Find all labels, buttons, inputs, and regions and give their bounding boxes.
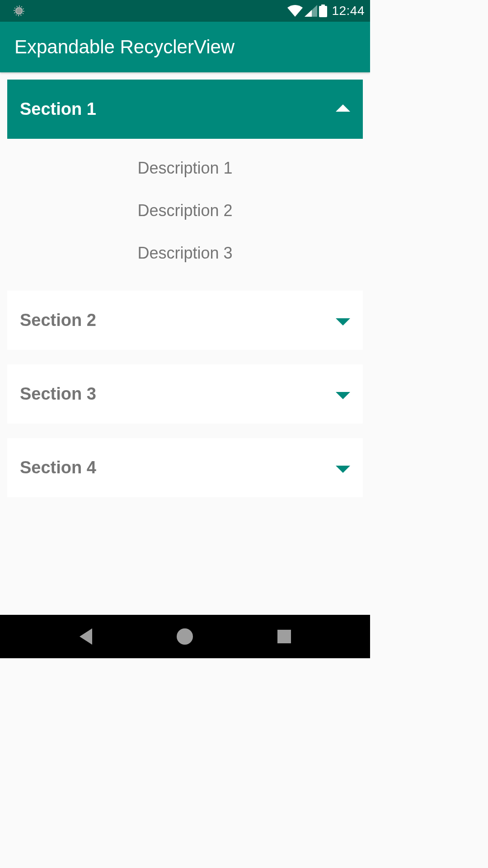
app-bar-title: Expandable RecyclerView xyxy=(14,36,235,58)
app-bar: Expandable RecyclerView xyxy=(0,22,370,72)
status-clock: 12:44 xyxy=(332,4,365,18)
recent-apps-icon xyxy=(277,630,291,643)
section-title: Section 4 xyxy=(20,458,96,477)
back-icon xyxy=(80,628,92,645)
section-header-4[interactable]: Section 4 xyxy=(7,438,363,497)
wifi-icon xyxy=(287,5,303,17)
section-body-1: Description 1 Description 2 Description … xyxy=(7,139,363,276)
navigation-bar xyxy=(0,615,370,658)
chevron-down-icon xyxy=(336,392,350,399)
status-bar: 12:44 xyxy=(0,0,370,22)
svg-rect-1 xyxy=(321,5,325,6)
section-header-3[interactable]: Section 3 xyxy=(7,364,363,424)
list-item-label: Description 1 xyxy=(137,159,232,178)
list-item[interactable]: Description 2 xyxy=(7,189,363,232)
home-icon xyxy=(177,628,193,645)
status-bar-right: 12:44 xyxy=(287,4,365,18)
recycler-view[interactable]: Section 1 Description 1 Description 2 De… xyxy=(0,72,370,519)
battery-full-icon xyxy=(319,5,327,17)
nav-home-button[interactable] xyxy=(176,627,194,646)
list-item-label: Description 3 xyxy=(137,244,232,263)
cellular-signal-icon xyxy=(305,5,317,17)
list-item[interactable]: Description 1 xyxy=(7,147,363,189)
section-title: Section 2 xyxy=(20,311,96,330)
section-header-2[interactable]: Section 2 xyxy=(7,291,363,350)
svg-rect-0 xyxy=(319,6,327,17)
section-header-1[interactable]: Section 1 xyxy=(7,80,363,139)
list-item-label: Description 2 xyxy=(137,201,232,220)
nav-recent-button[interactable] xyxy=(275,627,293,646)
list-item[interactable]: Description 3 xyxy=(7,232,363,274)
status-bar-left xyxy=(14,5,24,16)
section-2: Section 2 xyxy=(7,291,363,350)
chevron-up-icon xyxy=(336,104,350,112)
nav-back-button[interactable] xyxy=(77,627,95,646)
chevron-down-icon xyxy=(336,318,350,326)
section-4: Section 4 xyxy=(7,438,363,497)
chevron-down-icon xyxy=(336,466,350,473)
section-3: Section 3 xyxy=(7,364,363,424)
section-title: Section 1 xyxy=(20,99,96,119)
section-title: Section 3 xyxy=(20,384,96,404)
loading-spinner-icon xyxy=(14,5,24,16)
section-1: Section 1 Description 1 Description 2 De… xyxy=(7,80,363,276)
